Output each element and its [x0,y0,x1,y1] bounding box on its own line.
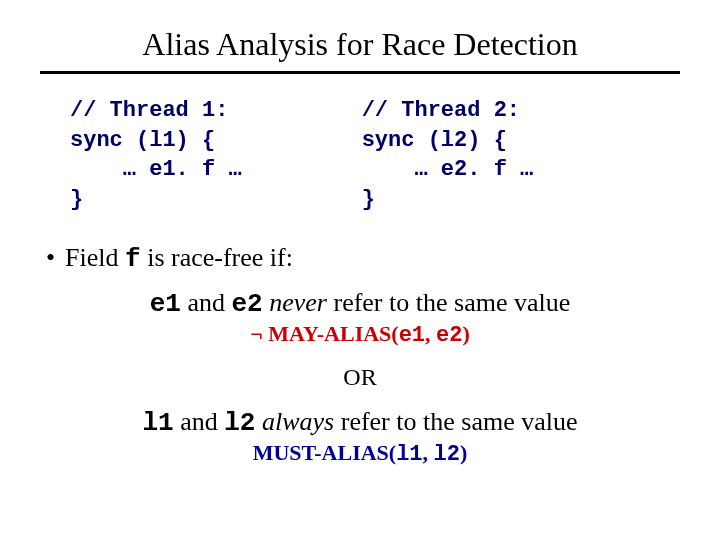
cond1-tail: refer to the same value [327,288,570,317]
cond1-func: MAY-ALIAS( [268,321,398,346]
cond2-arg-a: l1 [396,442,422,467]
cond2-close: ) [460,440,467,465]
cond1-e2: e2 [232,289,263,319]
cond1-arg-b: e2 [436,323,462,348]
cond2-always: always [262,407,334,436]
condition-2-sub: MUST-ALIAS(l1, l2) [40,440,680,467]
cond1-arg-a: e1 [399,323,425,348]
or-separator: OR [40,364,680,391]
cond1-mid: and [181,288,232,317]
condition-2: l1 and l2 always refer to the same value [40,407,680,438]
code-columns: // Thread 1: sync (l1) { … e1. f … } // … [40,96,680,215]
bullet-code: f [125,244,141,274]
conditions: e1 and e2 never refer to the same value … [40,288,680,467]
cond2-l2: l2 [224,408,255,438]
cond2-arg-b: l2 [434,442,460,467]
cond2-comma: , [423,440,434,465]
condition-1: e1 and e2 never refer to the same value [40,288,680,319]
code-thread-2: // Thread 2: sync (l2) { … e2. f … } [362,96,534,215]
bullet-line: • Field f is race-free if: [46,243,680,274]
cond2-l1: l1 [143,408,174,438]
cond1-neg: ¬ [250,321,268,346]
cond2-mid: and [174,407,225,436]
cond1-e1: e1 [150,289,181,319]
bullet-text: Field f is race-free if: [65,243,293,274]
bullet-marker: • [46,243,55,273]
cond1-comma: , [425,321,436,346]
page-title: Alias Analysis for Race Detection [40,26,680,63]
bullet-suffix: is race-free if: [141,243,293,272]
cond1-never: never [269,288,327,317]
code-thread-1: // Thread 1: sync (l1) { … e1. f … } [70,96,242,215]
cond2-tail: refer to the same value [334,407,577,436]
bullet-prefix: Field [65,243,125,272]
slide: Alias Analysis for Race Detection // Thr… [0,0,720,540]
title-divider [40,71,680,74]
condition-1-sub: ¬ MAY-ALIAS(e1, e2) [40,321,680,348]
cond1-close: ) [462,321,469,346]
cond2-func: MUST-ALIAS( [253,440,396,465]
